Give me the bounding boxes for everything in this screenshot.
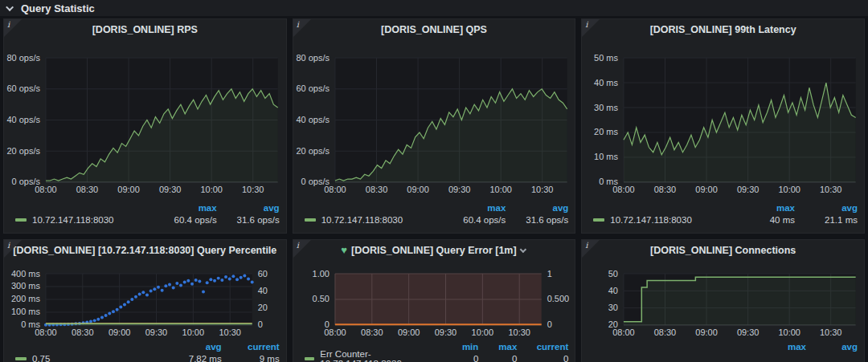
svg-text:09:30: 09:30	[145, 327, 167, 337]
panel-99th-latency: i [DORIS_ONLINE] 99th Latency 08:0008:30…	[581, 18, 865, 234]
svg-text:08:30: 08:30	[361, 327, 383, 337]
series-color-swatch	[15, 218, 27, 222]
svg-text:08:30: 08:30	[76, 185, 98, 194]
svg-text:10:30: 10:30	[531, 185, 553, 194]
legend-row: 10.72.147.118:8030 60.4 ops/s 31.6 ops/s	[305, 214, 569, 226]
svg-text:20 ops/s: 20 ops/s	[296, 146, 330, 156]
legend: avg current 0.75 7.82 ms 9 ms	[4, 341, 286, 362]
panel-title[interactable]: [DORIS_ONLINE] [10.72.147.118:8030] Quer…	[4, 240, 286, 261]
series-color-swatch	[305, 218, 316, 222]
svg-text:10:00: 10:00	[471, 327, 493, 337]
legend-header-avg[interactable]: avg	[795, 203, 858, 213]
svg-text:30: 30	[608, 303, 618, 312]
svg-text:08:30: 08:30	[72, 327, 93, 337]
legend-header-max[interactable]: max	[438, 203, 506, 213]
legend-header-current[interactable]: current	[517, 342, 568, 352]
legend-header-current[interactable]: current	[222, 342, 280, 352]
legend-value-max: 60.4 ops/s	[438, 215, 506, 225]
svg-text:09:00: 09:00	[696, 327, 718, 337]
legend-value-min: 0	[440, 354, 478, 362]
svg-text:08:30: 08:30	[654, 185, 676, 194]
legend-value-current: 0	[517, 354, 568, 362]
panel-title[interactable]: [DORIS_ONLINE] Connections	[582, 240, 864, 261]
svg-text:50 ms: 50 ms	[594, 53, 618, 63]
svg-text:08:30: 08:30	[654, 327, 676, 337]
svg-text:10:00: 10:00	[489, 185, 511, 194]
svg-text:20: 20	[608, 319, 618, 329]
svg-text:400 ms: 400 ms	[11, 269, 40, 279]
svg-text:10:00: 10:00	[200, 185, 222, 194]
legend-header-max[interactable]: max	[478, 342, 517, 352]
legend-header-avg[interactable]: avg	[806, 342, 858, 352]
svg-text:09:30: 09:30	[448, 185, 470, 194]
legend: max avg	[582, 341, 864, 352]
legend-header-min[interactable]: min	[440, 342, 478, 352]
chevron-down-icon	[6, 3, 14, 11]
legend: min max current Err Counter-10.72.147.11…	[293, 341, 575, 362]
legend-header-max[interactable]: max	[755, 342, 806, 352]
row-header-query-statistic[interactable]: Query Statistic	[0, 0, 868, 16]
svg-text:0 ms: 0 ms	[600, 177, 619, 186]
svg-text:40: 40	[258, 286, 268, 295]
svg-text:80 ops/s: 80 ops/s	[6, 53, 40, 63]
legend-value-avg: 31.6 ops/s	[506, 215, 568, 225]
svg-text:09:30: 09:30	[159, 185, 181, 194]
rps-chart[interactable]: 08:0008:3009:0009:3010:0010:300 ops/s20 …	[4, 40, 286, 197]
series-color-swatch	[593, 218, 604, 222]
svg-text:20 ops/s: 20 ops/s	[6, 146, 40, 156]
legend-series[interactable]: 10.72.147.118:8030	[15, 215, 149, 225]
svg-text:10:30: 10:30	[820, 185, 841, 194]
legend-row: 10.72.147.118:8030 60.4 ops/s 31.6 ops/s	[15, 214, 280, 226]
legend-series[interactable]: Err Counter-10.72.147.118:8030	[305, 349, 440, 362]
series-color-swatch	[15, 357, 27, 360]
svg-text:10:00: 10:00	[182, 327, 204, 337]
svg-text:40: 40	[608, 286, 618, 295]
svg-text:10:00: 10:00	[779, 185, 800, 194]
percentile-chart[interactable]: 08:0008:3009:0009:3010:0010:300 ms100 ms…	[4, 261, 286, 336]
legend-header-avg[interactable]: avg	[164, 342, 222, 352]
svg-text:10:30: 10:30	[508, 327, 530, 337]
svg-text:0: 0	[547, 319, 551, 329]
svg-text:0 ops/s: 0 ops/s	[301, 177, 330, 186]
legend: max avg 10.72.147.118:8030 60.4 ops/s 31…	[293, 202, 575, 226]
panel-title[interactable]: ♥[DORIS_ONLINE] Query Error [1m]	[293, 240, 575, 261]
query-error-chart[interactable]: 08:0008:3009:0009:3010:0010:3000.501.000…	[293, 261, 575, 336]
panel-info-icon[interactable]: i	[582, 240, 600, 258]
svg-text:20 ms: 20 ms	[594, 127, 618, 136]
dashboard: i [DORIS_ONLINE] RPS 08:0008:3009:0009:3…	[0, 16, 868, 362]
connections-chart[interactable]: 08:0008:3009:0009:3010:0010:3020304050	[582, 261, 864, 336]
legend-value-max: 40 ms	[727, 215, 795, 225]
legend-header-max[interactable]: max	[149, 203, 217, 213]
legend-value-current: 9 ms	[222, 354, 280, 362]
panel-info-icon[interactable]: i	[582, 19, 600, 37]
svg-text:60 ops/s: 60 ops/s	[296, 83, 330, 93]
panel-info-icon[interactable]: i	[4, 19, 22, 37]
panel-info-icon[interactable]: i	[4, 240, 22, 258]
panel-query-percentile: i [DORIS_ONLINE] [10.72.147.118:8030] Qu…	[3, 239, 287, 362]
latency-chart[interactable]: 08:0008:3009:0009:3010:0010:300 ms10 ms2…	[582, 40, 864, 197]
legend-row: Err Counter-10.72.147.118:8030 0 0 0	[305, 352, 569, 362]
svg-text:80 ops/s: 80 ops/s	[296, 53, 330, 63]
svg-text:09:00: 09:00	[398, 327, 420, 337]
panel-title[interactable]: [DORIS_ONLINE] 99th Latency	[582, 19, 864, 40]
legend-header-max[interactable]: max	[727, 203, 795, 213]
legend: max avg 10.72.147.118:8030 40 ms 21.1 ms	[582, 202, 864, 226]
panel-title[interactable]: [DORIS_ONLINE] QPS	[293, 19, 575, 40]
panel-title[interactable]: [DORIS_ONLINE] RPS	[4, 19, 286, 40]
svg-text:60: 60	[258, 269, 268, 279]
svg-text:09:00: 09:00	[407, 185, 428, 194]
svg-text:200 ms: 200 ms	[11, 294, 40, 303]
panel-info-icon[interactable]: i	[293, 240, 311, 258]
qps-chart[interactable]: 08:0008:3009:0009:3010:0010:300 ops/s20 …	[293, 40, 575, 197]
legend-series[interactable]: 10.72.147.118:8030	[593, 215, 727, 225]
series-color-swatch	[305, 357, 315, 360]
health-heart-icon: ♥	[341, 244, 347, 256]
panel-info-icon[interactable]: i	[293, 19, 311, 37]
legend-series[interactable]: 10.72.147.118:8030	[305, 215, 439, 225]
svg-text:60 ops/s: 60 ops/s	[6, 83, 40, 93]
legend-series[interactable]: 0.75	[15, 354, 164, 362]
legend-header-avg[interactable]: avg	[506, 203, 568, 213]
svg-text:40 ops/s: 40 ops/s	[6, 115, 40, 124]
svg-text:300 ms: 300 ms	[11, 282, 40, 291]
legend-header-avg[interactable]: avg	[217, 203, 280, 213]
